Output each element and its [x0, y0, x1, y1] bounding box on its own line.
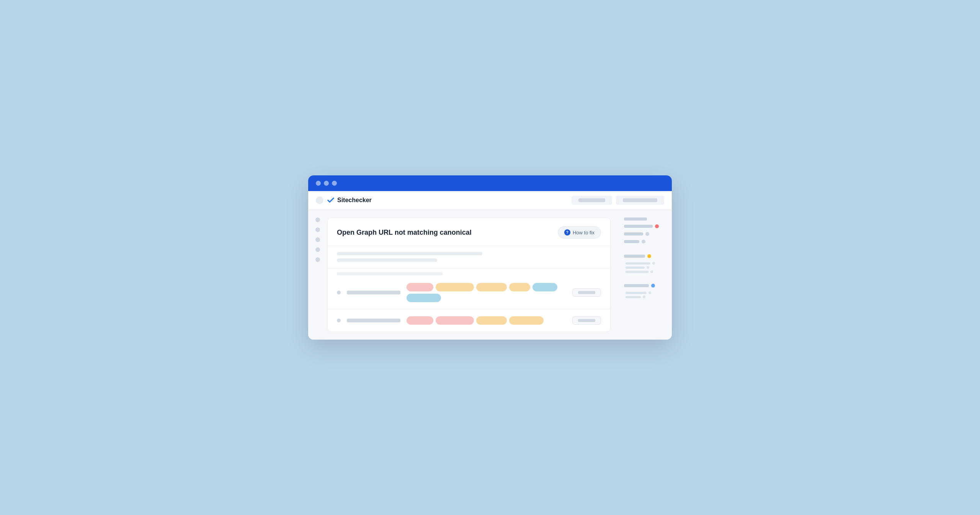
- nav-button-2-content: [623, 198, 657, 202]
- card-title: Open Graph URL not matching canonical: [337, 229, 472, 237]
- tag-pink-1: [407, 283, 433, 291]
- brand-logo: Sitechecker: [327, 196, 372, 204]
- rs-spacer-1: [624, 247, 666, 250]
- action-button-1-content: [578, 291, 595, 294]
- browser-titlebar: [308, 175, 672, 191]
- table-row: [328, 276, 610, 309]
- rs-sub-dot-5: [643, 296, 645, 298]
- how-to-fix-button[interactable]: ? How to fix: [558, 226, 601, 239]
- rs-bar-1: [624, 217, 647, 221]
- nav-button-1-content: [578, 198, 605, 202]
- window-dot-red: [316, 181, 321, 186]
- action-button-1[interactable]: [572, 288, 601, 297]
- tag-pink-3: [436, 316, 474, 325]
- rs-sub-dot-4: [648, 291, 651, 294]
- browser-window: Sitechecker: [308, 175, 672, 340]
- tag-orange-4: [476, 316, 507, 325]
- rs-item-2: [624, 224, 666, 228]
- tag-orange-2: [476, 283, 507, 291]
- card-header: Open Graph URL not matching canonical ? …: [328, 218, 610, 246]
- rs-item-5: [624, 254, 666, 258]
- rs-sub-dot-1: [652, 262, 655, 265]
- tag-pink-2: [407, 316, 433, 325]
- row-tags-2: [407, 316, 566, 325]
- rs-sub-bar-5: [626, 296, 641, 298]
- browser-navbar: Sitechecker: [308, 191, 672, 210]
- rs-sub-group-2: [624, 291, 666, 298]
- rs-item-6: [624, 284, 666, 288]
- rs-sub-item-1: [626, 262, 666, 265]
- row-label-1: [347, 291, 400, 294]
- how-to-fix-label: How to fix: [573, 230, 595, 235]
- tag-blue-1: [532, 283, 557, 291]
- rs-spacer-2: [624, 277, 666, 280]
- row-label-2: [347, 319, 400, 322]
- sidebar-dot-4: [315, 247, 320, 252]
- tag-orange-5: [509, 316, 544, 325]
- sidebar-dot-3: [315, 237, 320, 242]
- rs-bar-4: [624, 240, 639, 243]
- rs-dot-orange-1: [647, 254, 651, 258]
- nav-button-1[interactable]: [572, 196, 612, 205]
- rs-dot-blue-1: [651, 284, 655, 288]
- description-section: [328, 246, 610, 268]
- question-icon: ?: [564, 229, 570, 235]
- rs-bar-5: [624, 255, 645, 258]
- row-action-1: [572, 288, 601, 297]
- rs-sub-item-4: [626, 291, 666, 294]
- tag-blue-2: [407, 294, 441, 302]
- sidebar-dot-1: [315, 217, 320, 222]
- rs-sub-dot-3: [650, 270, 653, 273]
- rs-item-4: [624, 240, 666, 244]
- action-button-2[interactable]: [572, 316, 601, 325]
- rs-item-3: [624, 232, 666, 236]
- rs-sub-bar-1: [626, 262, 650, 265]
- sitechecker-logo-icon: [327, 196, 335, 204]
- row-tags-1: [407, 283, 566, 302]
- window-dot-green: [332, 181, 337, 186]
- rs-sub-item-5: [626, 296, 666, 298]
- brand-name-label: Sitechecker: [337, 197, 372, 204]
- desc-line-2: [337, 258, 437, 262]
- sidebar-dot-5: [315, 257, 320, 262]
- sidebar-dot-2: [315, 227, 320, 232]
- tag-orange-3: [509, 283, 530, 291]
- rs-dot-gray-1: [645, 232, 649, 236]
- nav-button-2[interactable]: [616, 196, 664, 205]
- row-indicator-1: [337, 291, 341, 294]
- desc-line-1: [337, 252, 482, 255]
- main-content: Open Graph URL not matching canonical ? …: [327, 210, 618, 340]
- window-dot-yellow: [324, 181, 329, 186]
- table-row-2: [328, 309, 610, 332]
- rs-sub-bar-2: [626, 266, 645, 269]
- rs-bar-3: [624, 232, 643, 235]
- rs-sub-item-3: [626, 270, 666, 273]
- browser-content: Open Graph URL not matching canonical ? …: [308, 210, 672, 340]
- rs-sub-group-1: [624, 262, 666, 273]
- rs-bar-2: [624, 225, 653, 228]
- action-button-2-content: [578, 319, 595, 322]
- rs-dot-gray-2: [642, 240, 645, 244]
- rs-sub-dot-2: [647, 266, 649, 269]
- row-indicator-2: [337, 319, 341, 322]
- rs-sub-item-2: [626, 266, 666, 269]
- brand: Sitechecker: [316, 196, 372, 204]
- rs-dot-red-1: [655, 224, 659, 228]
- row-action-2: [572, 316, 601, 325]
- content-card: Open Graph URL not matching canonical ? …: [327, 217, 611, 332]
- left-sidebar: [308, 210, 327, 340]
- rs-item-1: [624, 217, 666, 221]
- tag-orange-1: [436, 283, 474, 291]
- browser-body: Open Graph URL not matching canonical ? …: [308, 210, 672, 340]
- right-sidebar: [618, 210, 672, 340]
- rs-sub-bar-3: [626, 271, 648, 273]
- rs-bar-6: [624, 284, 649, 287]
- rs-sub-bar-4: [626, 292, 647, 294]
- navbar-buttons: [572, 196, 664, 205]
- brand-avatar: [316, 196, 323, 204]
